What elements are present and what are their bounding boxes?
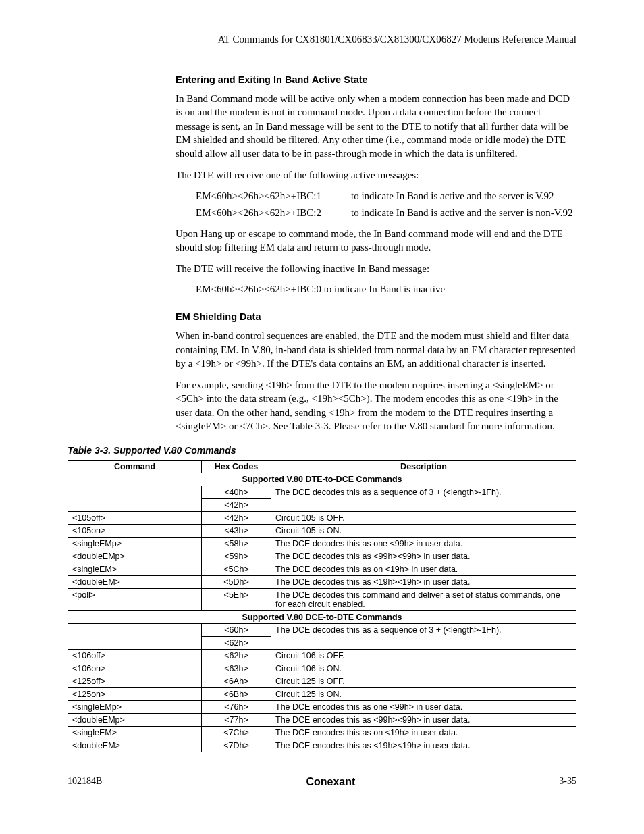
message-row: EM<60h><26h><62h>+IBC:1 to indicate In B… — [196, 190, 576, 202]
table-caption: Table 3-3. Supported V.80 Commands — [68, 445, 576, 456]
cell-cmd — [68, 486, 202, 512]
paragraph: The DTE will receive the following inact… — [176, 262, 576, 276]
cell-hex: <6Bh> — [202, 688, 271, 701]
page-header: AT Commands for CX81801/CX06833/CX81300/… — [68, 34, 576, 47]
active-messages: EM<60h><26h><62h>+IBC:1 to indicate In B… — [196, 190, 576, 219]
cell-desc: The DCE decodes this as <99h><99h> in us… — [271, 550, 576, 563]
message-code: EM<60h><26h><62h>+IBC:2 — [196, 207, 351, 219]
cell-cmd: <125off> — [68, 675, 202, 688]
main-content: Entering and Exiting In Band Active Stat… — [176, 74, 576, 433]
section-title-2: EM Shielding Data — [176, 311, 576, 322]
cell-cmd: <doubleEM> — [68, 576, 202, 589]
message-code: EM<60h><26h><62h>+IBC:1 — [196, 190, 351, 202]
cell-desc: The DCE decodes this command and deliver… — [271, 589, 576, 611]
cell-desc: Circuit 105 is OFF. — [271, 512, 576, 525]
cell-hex: <76h> — [202, 701, 271, 714]
cell-hex: <6Ah> — [202, 675, 271, 688]
cell-cmd: <105off> — [68, 512, 202, 525]
cell-desc: The DCE decodes this as a sequence of 3 … — [271, 486, 576, 512]
section-title-1: Entering and Exiting In Band Active Stat… — [176, 74, 576, 85]
cell-hex: <63h> — [202, 662, 271, 675]
inactive-message: EM<60h><26h><62h>+IBC:0 to indicate In B… — [196, 284, 576, 295]
col-description: Description — [271, 461, 576, 473]
cell-cmd: <doubleEMp> — [68, 714, 202, 727]
message-desc: to indicate In Band is active and the se… — [351, 207, 576, 219]
cell-desc: The DCE encodes this as one <99h> in use… — [271, 701, 576, 714]
cell-hex: <62h> — [202, 637, 271, 650]
col-hex: Hex Codes — [202, 461, 271, 473]
paragraph: Upon Hang up or escape to command mode, … — [176, 227, 576, 255]
cell-hex: <42h> — [202, 512, 271, 525]
cell-hex: <7Ch> — [202, 727, 271, 739]
footer-left: 102184B — [68, 776, 102, 788]
cell-hex: <60h> — [202, 624, 271, 637]
cell-hex: <5Dh> — [202, 576, 271, 589]
table-header-row: Command Hex Codes Description — [68, 461, 576, 473]
cell-cmd: <singleEMp> — [68, 538, 202, 550]
cell-hex: <59h> — [202, 550, 271, 563]
cell-cmd: <singleEM> — [68, 727, 202, 739]
cell-desc: The DCE decodes this as on <19h> in user… — [271, 563, 576, 576]
cell-desc: The DCE encodes this as <99h><99h> in us… — [271, 714, 576, 727]
cell-cmd: <105on> — [68, 525, 202, 538]
page-footer: 102184B Conexant 3-35 — [68, 773, 576, 788]
cell-hex: <43h> — [202, 525, 271, 538]
cell-desc: The DCE decodes this as <19h><19h> in us… — [271, 576, 576, 589]
footer-right: 3-35 — [559, 776, 576, 788]
paragraph: When in-band control sequences are enabl… — [176, 329, 576, 370]
cell-cmd: <125on> — [68, 688, 202, 701]
cell-hex: <7Dh> — [202, 739, 271, 752]
cell-cmd: <singleEM> — [68, 563, 202, 576]
cell-cmd: <doubleEMp> — [68, 550, 202, 563]
cell-hex: <5Ch> — [202, 563, 271, 576]
cell-hex: <58h> — [202, 538, 271, 550]
cell-desc: Circuit 106 is OFF. — [271, 650, 576, 662]
cell-hex: <42h> — [202, 499, 271, 512]
paragraph: For example, sending <19h> from the DTE … — [176, 378, 576, 433]
cell-cmd: <106on> — [68, 662, 202, 675]
cell-cmd: <singleEMp> — [68, 701, 202, 714]
cell-desc: Circuit 106 is ON. — [271, 662, 576, 675]
cell-hex: <40h> — [202, 486, 271, 499]
cell-desc: Circuit 125 is ON. — [271, 688, 576, 701]
cell-desc: Circuit 125 is OFF. — [271, 675, 576, 688]
cell-desc: The DCE encodes this as on <19h> in user… — [271, 727, 576, 739]
cell-cmd — [68, 624, 202, 650]
v80-commands-table: Command Hex Codes Description Supported … — [68, 460, 576, 752]
cell-cmd: <doubleEM> — [68, 739, 202, 752]
cell-hex: <62h> — [202, 650, 271, 662]
group-header: Supported V.80 DCE-to-DTE Commands — [68, 611, 576, 624]
cell-hex: <5Eh> — [202, 589, 271, 611]
cell-desc: The DCE decodes this as a sequence of 3 … — [271, 624, 576, 650]
cell-cmd: <poll> — [68, 589, 202, 611]
cell-cmd: <106off> — [68, 650, 202, 662]
cell-desc: The DCE decodes this as one <99h> in use… — [271, 538, 576, 550]
message-row: EM<60h><26h><62h>+IBC:2 to indicate In B… — [196, 207, 576, 219]
col-command: Command — [68, 461, 202, 473]
cell-desc: Circuit 105 is ON. — [271, 525, 576, 538]
cell-hex: <77h> — [202, 714, 271, 727]
message-desc: to indicate In Band is active and the se… — [351, 190, 576, 202]
cell-desc: The DCE encodes this as <19h><19h> in us… — [271, 739, 576, 752]
footer-center: Conexant — [306, 776, 355, 788]
group-header: Supported V.80 DTE-to-DCE Commands — [68, 473, 576, 486]
paragraph: The DTE will receive one of the followin… — [176, 168, 576, 182]
paragraph: In Band Command mode will be active only… — [176, 92, 576, 160]
